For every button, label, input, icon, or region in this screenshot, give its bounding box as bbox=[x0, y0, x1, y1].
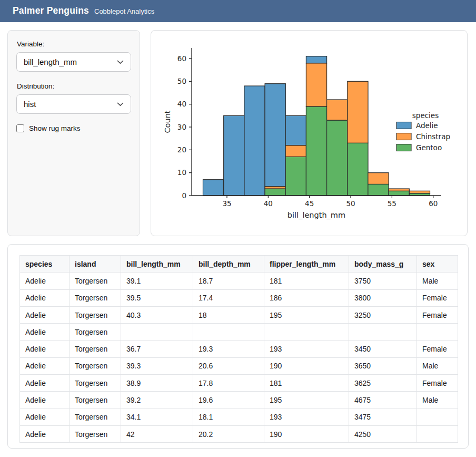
table-cell: Adelie bbox=[20, 409, 70, 425]
legend-swatch-chinstrap bbox=[396, 133, 411, 140]
x-tick-label: 35 bbox=[222, 199, 231, 208]
histogram-bar-adelie bbox=[306, 56, 326, 63]
table-cell: Female bbox=[417, 289, 458, 306]
column-header-bill_depth_mm: bill_depth_mm bbox=[193, 256, 264, 273]
table-cell: Female bbox=[417, 375, 458, 392]
table-row: AdelieTorgersen4220.21904250 bbox=[20, 425, 458, 442]
data-table-card: speciesislandbill_length_mmbill_depth_mm… bbox=[7, 244, 469, 449]
x-axis-label: bill_length_mm bbox=[287, 211, 345, 219]
table-cell: 42 bbox=[121, 425, 193, 442]
table-cell: Torgersen bbox=[70, 375, 121, 392]
table-cell bbox=[264, 324, 349, 341]
y-tick-label: 60 bbox=[177, 54, 186, 63]
table-cell: Torgersen bbox=[70, 273, 121, 289]
table-row: AdelieTorgersen39.118.71813750Male bbox=[20, 273, 458, 289]
chevron-down-icon bbox=[117, 60, 124, 64]
table-row: AdelieTorgersen34.118.11933475 bbox=[20, 409, 458, 425]
table-cell: Male bbox=[417, 273, 458, 289]
table-cell: Adelie bbox=[20, 324, 70, 341]
table-cell bbox=[121, 324, 193, 341]
table-row: AdelieTorgersen36.719.31933450Female bbox=[20, 341, 458, 357]
legend-swatch-gentoo bbox=[396, 144, 411, 151]
table-cell: 40.3 bbox=[121, 306, 193, 323]
table-cell: 195 bbox=[264, 306, 349, 323]
histogram-bar-gentoo bbox=[389, 191, 409, 196]
table-row: AdelieTorgersen38.917.81813625Female bbox=[20, 375, 458, 392]
histogram-bar-gentoo bbox=[306, 106, 326, 196]
table-cell: 3750 bbox=[349, 273, 417, 289]
legend-title: species bbox=[412, 111, 439, 120]
table-cell: Torgersen bbox=[70, 409, 121, 425]
table-cell bbox=[417, 324, 458, 341]
x-tick-label: 60 bbox=[429, 199, 438, 208]
histogram-bar-chinstrap bbox=[285, 145, 306, 157]
histogram-bar-gentoo bbox=[348, 143, 368, 196]
table-cell: 3250 bbox=[349, 306, 417, 323]
rug-checkbox[interactable] bbox=[16, 124, 24, 132]
table-cell: Adelie bbox=[20, 392, 70, 409]
table-cell: 195 bbox=[264, 392, 349, 409]
table-cell: 18.7 bbox=[193, 273, 264, 289]
table-cell: 3475 bbox=[349, 409, 417, 425]
legend-label-gentoo: Gentoo bbox=[416, 143, 442, 152]
histogram-bar-chinstrap bbox=[409, 191, 430, 193]
table-cell: Adelie bbox=[20, 425, 70, 442]
table-cell: 18.1 bbox=[193, 409, 264, 425]
table-cell: 36.7 bbox=[121, 341, 193, 357]
table-cell: 39.1 bbox=[121, 273, 193, 289]
table-row: AdelieTorgersen39.219.61954675Male bbox=[20, 392, 458, 409]
variable-select[interactable]: bill_length_mm bbox=[16, 52, 131, 72]
table-cell bbox=[349, 324, 417, 341]
y-tick-label: 50 bbox=[177, 77, 186, 85]
table-cell: 3800 bbox=[349, 289, 417, 306]
table-row: AdelieTorgersen39.517.41863800Female bbox=[20, 289, 458, 306]
table-cell: Female bbox=[417, 341, 458, 357]
table-row: AdelieTorgersen40.3181953250Female bbox=[20, 306, 458, 323]
table-cell: 19.6 bbox=[193, 392, 264, 409]
table-cell: 3650 bbox=[349, 357, 417, 374]
table-cell: 19.3 bbox=[193, 341, 264, 357]
table-cell: Torgersen bbox=[70, 425, 121, 442]
y-tick-label: 30 bbox=[177, 123, 186, 131]
table-cell: Torgersen bbox=[70, 289, 121, 306]
sidebar: Variable: bill_length_mm Distribution: h… bbox=[7, 30, 140, 236]
table-cell: Male bbox=[417, 357, 458, 374]
table-cell: Torgersen bbox=[70, 341, 121, 357]
table-cell: 181 bbox=[264, 375, 349, 392]
x-tick-label: 50 bbox=[346, 199, 355, 208]
histogram-bar-adelie bbox=[285, 115, 306, 145]
histogram: 3540455055600102030405060bill_length_mmC… bbox=[151, 31, 467, 236]
rug-checkbox-label[interactable]: Show rug marks bbox=[29, 124, 81, 132]
y-axis-label: Count bbox=[163, 110, 172, 133]
column-header-island: island bbox=[70, 256, 121, 273]
table-cell: 39.5 bbox=[121, 289, 193, 306]
chevron-down-icon bbox=[117, 102, 124, 106]
app-subtitle: Cobblepot Analytics bbox=[94, 7, 154, 15]
table-cell bbox=[417, 425, 458, 442]
table-cell: 190 bbox=[264, 357, 349, 374]
distribution-select[interactable]: hist bbox=[16, 94, 131, 114]
table-cell: 193 bbox=[264, 409, 349, 425]
table-cell: 34.1 bbox=[121, 409, 193, 425]
x-tick-label: 40 bbox=[264, 199, 273, 208]
table-cell bbox=[193, 324, 264, 341]
table-cell: 20.2 bbox=[193, 425, 264, 442]
app-header: Palmer Penguins Cobblepot Analytics bbox=[0, 0, 476, 22]
table-cell: Torgersen bbox=[70, 392, 121, 409]
table-cell: 3625 bbox=[349, 375, 417, 392]
legend-swatch-adelie bbox=[396, 122, 411, 129]
y-tick-label: 40 bbox=[177, 100, 186, 108]
column-header-species: species bbox=[20, 256, 70, 273]
histogram-bar-gentoo bbox=[368, 184, 389, 196]
table-cell: Torgersen bbox=[70, 324, 121, 341]
table-cell: 18 bbox=[193, 306, 264, 323]
table-cell: 186 bbox=[264, 289, 349, 306]
table-cell: Female bbox=[417, 306, 458, 323]
table-cell: 20.6 bbox=[193, 357, 264, 374]
variable-label: Variable: bbox=[17, 40, 131, 48]
histogram-bar-chinstrap bbox=[389, 189, 409, 191]
histogram-bar-gentoo bbox=[327, 120, 348, 196]
table-cell: Torgersen bbox=[70, 357, 121, 374]
table-header-row: speciesislandbill_length_mmbill_depth_mm… bbox=[20, 256, 458, 273]
histogram-bar-gentoo bbox=[265, 189, 285, 196]
